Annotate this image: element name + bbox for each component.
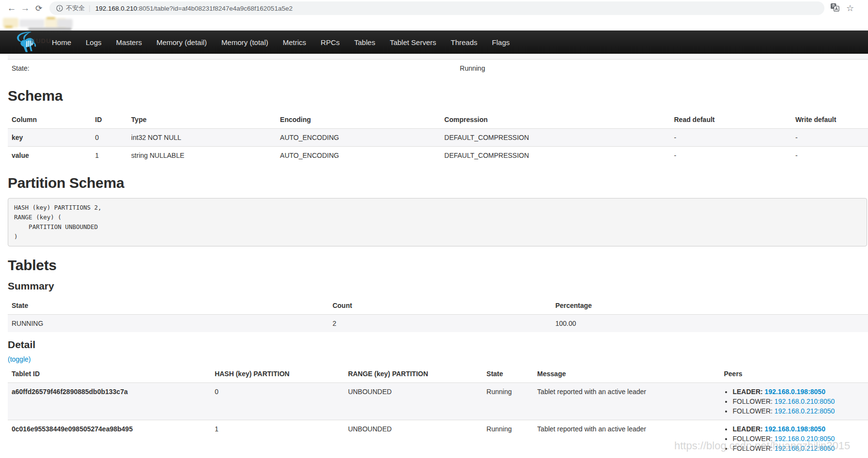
col-header: Write default bbox=[791, 111, 868, 129]
nav-item-threads[interactable]: Threads bbox=[444, 31, 485, 54]
col-header: State bbox=[482, 365, 533, 383]
cell: AUTO_ENCODING bbox=[276, 147, 440, 165]
col-header: Peers bbox=[720, 365, 868, 383]
table-row: RUNNING 2 100.00 bbox=[8, 315, 868, 333]
reload-icon[interactable]: ⟳ bbox=[32, 1, 46, 15]
blurred-bookmark bbox=[28, 28, 72, 30]
range-partition: UNBOUNDED bbox=[344, 420, 482, 458]
kudu-brand-text: KUDU bbox=[31, 37, 51, 45]
nav-item-memory-total[interactable]: Memory (total) bbox=[214, 31, 276, 54]
peer-item: FOLLOWER: 192.168.0.210:8050 bbox=[732, 397, 864, 406]
peer-link[interactable]: 192.168.0.210:8050 bbox=[775, 397, 835, 405]
nav-item-tables[interactable]: Tables bbox=[347, 31, 382, 54]
tablet-message: Tablet reported with an active leader bbox=[533, 383, 720, 420]
tablet-peers: LEADER: 192.168.0.198:8050 FOLLOWER: 192… bbox=[720, 383, 868, 420]
bookmarks-bar bbox=[0, 16, 868, 31]
table-row: State: Running bbox=[8, 60, 868, 77]
blurred-bookmark bbox=[57, 19, 73, 28]
forward-icon[interactable]: → bbox=[18, 1, 32, 15]
tablet-id: 0c016e95538449e098505274ea98b495 bbox=[8, 420, 211, 458]
nav-item-memory-detail[interactable]: Memory (detail) bbox=[149, 31, 214, 54]
table-info: State: Running bbox=[8, 59, 868, 77]
tablet-row: a60ffd26579f46f2890885db0b133c7a 0 UNBOU… bbox=[8, 383, 868, 420]
peer-link[interactable]: 192.168.0.212:8050 bbox=[775, 407, 835, 415]
col-header: Read default bbox=[670, 111, 791, 129]
peer-role: FOLLOWER: bbox=[732, 435, 772, 443]
peer-link[interactable]: 192.168.0.210:8050 bbox=[775, 435, 835, 443]
table-row: value 1 string NULLABLE AUTO_ENCODING DE… bbox=[8, 147, 868, 165]
address-bar[interactable]: 不安全 | 192.168.0.210:8051/table?id=af4b08… bbox=[49, 1, 824, 15]
cell: - bbox=[791, 129, 868, 147]
tablet-state: Running bbox=[482, 420, 533, 458]
peer-role: FOLLOWER: bbox=[732, 407, 772, 415]
blurred-bookmark bbox=[19, 19, 45, 27]
cell: 100.00 bbox=[551, 315, 868, 333]
cell: 2 bbox=[328, 315, 551, 333]
blurred-bookmark bbox=[46, 17, 55, 19]
cell: DEFAULT_COMPRESSION bbox=[440, 147, 670, 165]
nav-item-logs[interactable]: Logs bbox=[78, 31, 109, 54]
column-name: key bbox=[8, 129, 91, 147]
col-header: HASH (key) PARTITION bbox=[211, 365, 344, 383]
cell: int32 NOT NULL bbox=[127, 129, 276, 147]
toggle-link[interactable]: (toggle) bbox=[8, 355, 31, 363]
peer-item: LEADER: 192.168.0.198:8050 bbox=[732, 387, 864, 397]
cell: 1 bbox=[91, 147, 127, 165]
translate-icon[interactable] bbox=[830, 3, 839, 14]
partition-schema-heading: Partition Schema bbox=[8, 175, 868, 191]
omnibox-divider: | bbox=[89, 4, 91, 12]
peer-item: FOLLOWER: 192.168.0.212:8050 bbox=[732, 443, 864, 453]
summary-heading: Summary bbox=[8, 280, 868, 292]
col-header: Encoding bbox=[276, 111, 440, 129]
bookmark-star-icon[interactable]: ☆ bbox=[846, 3, 854, 14]
col-header: Column bbox=[8, 111, 91, 129]
peer-item: FOLLOWER: 192.168.0.210:8050 bbox=[732, 434, 864, 443]
tablet-id: a60ffd26579f46f2890885db0b133c7a bbox=[8, 383, 211, 420]
tablets-detail-table: Tablet ID HASH (key) PARTITION RANGE (ke… bbox=[8, 365, 868, 457]
cell: 0 bbox=[91, 129, 127, 147]
info-icon[interactable] bbox=[56, 5, 63, 12]
peer-link[interactable]: 192.168.0.198:8050 bbox=[765, 388, 825, 396]
browser-toolbar: ← → ⟳ 不安全 | 192.168.0.210:8051/table?id=… bbox=[0, 0, 868, 16]
column-name: value bbox=[8, 147, 91, 165]
summary-header-row: State Count Percentage bbox=[8, 297, 868, 315]
peer-link[interactable]: 192.168.0.198:8050 bbox=[765, 425, 825, 433]
nav-item-flags[interactable]: Flags bbox=[485, 31, 517, 54]
cell: - bbox=[670, 129, 791, 147]
nav-item-metrics[interactable]: Metrics bbox=[276, 31, 313, 54]
url-host: 192.168.0.210 bbox=[95, 5, 137, 12]
tablet-state: Running bbox=[482, 383, 533, 420]
nav-item-tablet-servers[interactable]: Tablet Servers bbox=[383, 31, 444, 54]
partition-schema-code: HASH (key) PARTITIONS 2, RANGE (key) ( P… bbox=[8, 198, 867, 246]
peer-link[interactable]: 192.168.0.212:8050 bbox=[775, 444, 835, 452]
nav-item-masters[interactable]: Masters bbox=[109, 31, 149, 54]
col-header: Type bbox=[127, 111, 276, 129]
tablets-heading: Tablets bbox=[8, 257, 868, 274]
col-header: Tablet ID bbox=[8, 365, 211, 383]
detail-heading: Detail bbox=[8, 339, 868, 351]
detail-header-row: Tablet ID HASH (key) PARTITION RANGE (ke… bbox=[8, 365, 868, 383]
peer-role: FOLLOWER: bbox=[732, 444, 772, 452]
cell: AUTO_ENCODING bbox=[276, 129, 440, 147]
blurred-bookmark bbox=[5, 26, 13, 28]
cell: DEFAULT_COMPRESSION bbox=[440, 129, 670, 147]
col-header: Percentage bbox=[551, 297, 868, 315]
back-icon[interactable]: ← bbox=[5, 1, 18, 15]
partial-table-row bbox=[8, 55, 868, 59]
cell: - bbox=[670, 147, 791, 165]
nav-item-rpcs[interactable]: RPCs bbox=[313, 31, 347, 54]
url-path: :8051/table?id=af4b08231f8247e4a9c68f162… bbox=[137, 5, 293, 12]
table-row: key 0 int32 NOT NULL AUTO_ENCODING DEFAU… bbox=[8, 129, 868, 147]
schema-table: Column ID Type Encoding Compression Read… bbox=[8, 111, 868, 164]
tablet-message: Tablet reported with an active leader bbox=[533, 420, 720, 458]
peer-role: FOLLOWER: bbox=[732, 397, 772, 405]
peer-item: FOLLOWER: 192.168.0.212:8050 bbox=[732, 406, 864, 416]
kudu-logo[interactable]: KUDU bbox=[3, 31, 45, 54]
cell: string NULLABLE bbox=[127, 147, 276, 165]
col-header: Compression bbox=[440, 111, 670, 129]
page-content: State: Running Schema Column ID Type Enc… bbox=[0, 55, 868, 457]
schema-header-row: Column ID Type Encoding Compression Read… bbox=[8, 111, 868, 129]
tablet-peers: LEADER: 192.168.0.198:8050 FOLLOWER: 192… bbox=[720, 420, 868, 458]
tablet-row: 0c016e95538449e098505274ea98b495 1 UNBOU… bbox=[8, 420, 868, 458]
col-header: Count bbox=[328, 297, 551, 315]
